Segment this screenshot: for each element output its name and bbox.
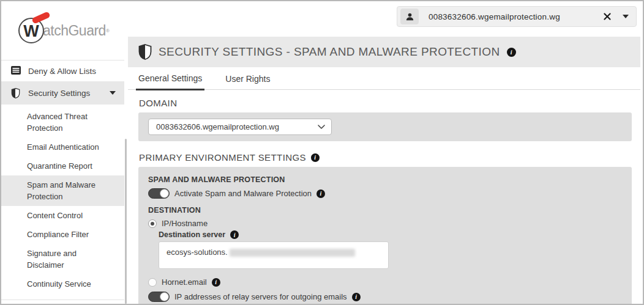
- sidebar-subitem-signature-and-disclaimer[interactable]: Signature and Disclaimer: [1, 244, 124, 274]
- destination-block-title: DESTINATION: [148, 206, 622, 215]
- primary-section-heading: PRIMARY ENVIRONMENT SETTINGS i: [139, 152, 320, 163]
- sidebar-item-deny-allow-lists[interactable]: Deny & Allow Lists: [1, 61, 124, 81]
- logo-wordmark: atchGuard: [43, 23, 106, 39]
- primary-settings-panel: SPAM AND MALWARE PROTECTION Activate Spa…: [138, 167, 632, 305]
- tab-general-settings[interactable]: General Settings: [136, 73, 204, 90]
- sidebar-subitem-compliance-filter[interactable]: Compliance Filter: [1, 225, 124, 244]
- sidebar-item-customization[interactable]: Customization: [1, 300, 124, 305]
- relay-servers-toggle[interactable]: [148, 292, 170, 302]
- spam-protection-block-title: SPAM AND MALWARE PROTECTION: [148, 175, 622, 184]
- shield-icon: [138, 44, 152, 60]
- info-icon[interactable]: i: [352, 293, 361, 301]
- destination-server-label: Destination server: [159, 230, 225, 239]
- list-icon: [11, 66, 21, 76]
- info-icon[interactable]: i: [311, 153, 320, 162]
- chevron-down-icon: [318, 125, 325, 129]
- chevron-down-icon[interactable]: [623, 15, 629, 18]
- info-icon[interactable]: i: [316, 189, 325, 198]
- sidebar-subitem-continuity-service[interactable]: Continuity Service: [1, 274, 124, 293]
- sidebar-item-label: Deny & Allow Lists: [28, 67, 96, 76]
- sidebar-scrollbar[interactable]: [125, 139, 127, 304]
- chevron-down-icon: [110, 91, 116, 95]
- hornet-radio-row: Hornet.email i: [148, 277, 622, 287]
- sidebar-item-security-settings[interactable]: Security Settings: [1, 81, 124, 105]
- tab-bar: General Settings User Rights: [128, 68, 640, 90]
- domain-select[interactable]: 0083632606.wgemailprotection.wg: [148, 119, 332, 135]
- logo-circle: W: [18, 18, 44, 43]
- page-header: SECURITY SETTINGS - SPAM AND MALWARE PRO…: [128, 37, 640, 67]
- sidebar-subitem-spam-and-malware-protection[interactable]: Spam and Malware Protection: [1, 175, 124, 206]
- domain-bar: 0083632606.wgemailprotection.wg: [138, 112, 632, 141]
- info-icon[interactable]: i: [507, 48, 516, 57]
- watchguard-logo: W atchGuard®: [1, 1, 124, 61]
- sidebar-item-label: Security Settings: [28, 89, 90, 98]
- sidebar: W atchGuard® Deny & Allow Lists Security…: [1, 1, 124, 304]
- close-icon[interactable]: [604, 13, 612, 21]
- shield-icon: [11, 88, 21, 98]
- primary-section-title: PRIMARY ENVIRONMENT SETTINGS: [139, 152, 306, 163]
- activate-toggle-row: Activate Spam and Malware Protection i: [148, 188, 622, 199]
- domain-select-value: 0083632606.wgemailprotection.wg: [156, 122, 279, 131]
- page-title: SECURITY SETTINGS - SPAM AND MALWARE PRO…: [159, 45, 500, 59]
- destination-server-value: ecosys-solutions.: [167, 248, 228, 257]
- sidebar-subitem-content-control[interactable]: Content Control: [1, 206, 124, 225]
- sidebar-subitem-quarantine-report[interactable]: Quarantine Report: [1, 156, 124, 175]
- registered-mark: ®: [106, 28, 110, 34]
- sidebar-subitem-advanced-threat-protection[interactable]: Advanced Threat Protection: [1, 107, 124, 138]
- destination-server-input[interactable]: ecosys-solutions.: [159, 241, 389, 269]
- account-selector[interactable]: 0083632606.wgemailprotection.wg: [397, 6, 637, 27]
- domain-section-heading: DOMAIN: [139, 98, 177, 108]
- destination-server-label-row: Destination server i: [159, 230, 622, 239]
- main-content: 0083632606.wgemailprotection.wg SECURITY…: [128, 1, 643, 304]
- info-icon[interactable]: i: [212, 278, 220, 287]
- toggle-knob: [160, 292, 169, 301]
- redacted-text: [230, 249, 355, 257]
- info-icon[interactable]: i: [230, 230, 239, 239]
- ip-hostname-radio-row: IP/Hostname: [148, 219, 622, 228]
- account-domain-label: 0083632606.wgemailprotection.wg: [429, 12, 560, 21]
- ip-hostname-radio[interactable]: [148, 219, 157, 228]
- app-window: W atchGuard® Deny & Allow Lists Security…: [0, 0, 644, 305]
- relay-toggle-label: IP addresses of relay servers for outgoi…: [174, 292, 347, 301]
- activate-toggle-label: Activate Spam and Malware Protection: [174, 189, 312, 198]
- ip-hostname-label: IP/Hostname: [162, 219, 208, 228]
- activate-spam-toggle[interactable]: [148, 188, 170, 199]
- hornet-email-radio[interactable]: [148, 278, 157, 287]
- avatar: [400, 9, 419, 24]
- logo-w-letter: W: [23, 22, 39, 41]
- security-settings-submenu: Advanced Threat Protection Email Authent…: [1, 105, 124, 299]
- hornet-email-label: Hornet.email: [162, 277, 207, 287]
- relay-toggle-row: IP addresses of relay servers for outgoi…: [148, 292, 622, 302]
- sidebar-subitem-email-authentication[interactable]: Email Authentication: [1, 138, 124, 156]
- tab-user-rights[interactable]: User Rights: [223, 74, 272, 89]
- toggle-knob: [160, 189, 169, 198]
